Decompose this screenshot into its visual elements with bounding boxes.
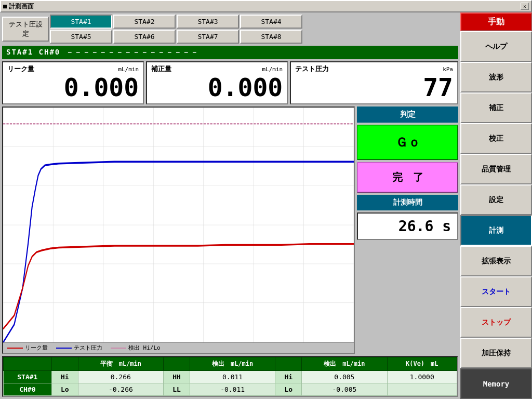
station-header: STA#1 CH#0 －－－－－－－－－－－－－－－－ xyxy=(2,46,458,59)
title-bar: ■ 計測画面 × xyxy=(0,0,532,12)
settings-button[interactable]: 設定 xyxy=(460,184,532,215)
th-detect2: 検出 mL/min xyxy=(302,357,387,371)
row2-balance: -0.266 xyxy=(78,383,163,396)
memory-button[interactable]: Memory xyxy=(460,368,532,399)
pressure-label: テスト圧力 xyxy=(295,64,329,74)
data-table: 平衡 mL/min 検出 mL/min 検出 mL/min K(Ve) mL S… xyxy=(2,356,458,397)
pressure-value: 77 xyxy=(295,74,453,101)
chart-svg xyxy=(3,108,354,342)
judgment-panel: 判定 Ｇｏ 完 了 計測時間 26.6 s xyxy=(357,107,458,354)
main-container: テスト圧設定 STA#1 STA#2 STA#3 STA#4 STA#5 STA… xyxy=(0,12,532,399)
tabs-container: テスト圧設定 STA#1 STA#2 STA#3 STA#4 STA#5 STA… xyxy=(2,15,458,44)
calibration-button[interactable]: 校正 xyxy=(460,123,532,154)
th-balance: 平衡 mL/min xyxy=(78,357,163,371)
legend-hilo-line xyxy=(111,348,126,349)
right-sidebar: 手動 ヘルプ 波形 補正 校正 品質管理 設定 計測 拡張表示 スタート ストッ… xyxy=(460,12,532,399)
legend-pressure: テスト圧力 xyxy=(56,344,102,352)
measurement-button[interactable]: 計測 xyxy=(460,215,532,246)
legend-leak: リーク量 xyxy=(7,344,48,352)
pressure-panel: テスト圧力 kPa 77 xyxy=(290,61,458,104)
leak-value: 0.000 xyxy=(7,74,139,101)
left-panel: テスト圧設定 STA#1 STA#2 STA#3 STA#4 STA#5 STA… xyxy=(0,12,460,399)
th-empty1 xyxy=(4,357,52,371)
tab-sta3[interactable]: STA#3 xyxy=(177,15,239,29)
correction-panel: 補正量 mL/min 0.000 xyxy=(146,61,288,104)
row1-kve: 1.0000 xyxy=(387,371,457,383)
chart-legend: リーク量 テスト圧力 検出 Hi/Lo xyxy=(3,342,354,353)
th-empty3 xyxy=(164,357,190,371)
extended-display-button[interactable]: 拡張表示 xyxy=(460,246,532,276)
chart-judgment-row: リーク量 テスト圧力 検出 Hi/Lo 判定 Ｇｏ 完 了 計測 xyxy=(2,107,458,354)
tab-row-1: STA#1 STA#2 STA#3 STA#4 xyxy=(50,15,458,29)
row1-det2: 0.005 xyxy=(302,371,387,383)
leak-unit: mL/min xyxy=(118,66,139,73)
tab-sta6[interactable]: STA#6 xyxy=(113,30,176,44)
tab-sta4[interactable]: STA#4 xyxy=(240,15,302,29)
stop-button[interactable]: ストップ xyxy=(460,307,532,338)
leak-label: リーク量 xyxy=(7,64,34,74)
title-icon: ■ xyxy=(3,3,7,10)
leak-panel: リーク量 mL/min 0.000 xyxy=(2,61,144,104)
row1-hi: Hi xyxy=(51,371,78,383)
start-button[interactable]: スタート xyxy=(460,276,532,307)
timer-value: 26.6 s xyxy=(357,212,458,240)
tab-sta5[interactable]: STA#5 xyxy=(50,30,112,44)
row1-hh: HH xyxy=(164,371,190,383)
quality-button[interactable]: 品質管理 xyxy=(460,154,532,184)
row1-det1: 0.011 xyxy=(190,371,275,383)
tab-sta1[interactable]: STA#1 xyxy=(50,15,112,29)
correction-label: 補正量 xyxy=(151,64,171,74)
row2-ch: CH#0 xyxy=(4,383,52,396)
legend-hilo: 検出 Hi/Lo xyxy=(111,344,161,352)
table-row-1: STA#1 Hi 0.266 HH 0.011 Hi 0.005 1.0000 xyxy=(4,371,457,383)
pressure-unit: kPa xyxy=(443,66,453,73)
row2-ll: LL xyxy=(164,383,190,396)
tab-sta7[interactable]: STA#7 xyxy=(177,30,239,44)
row1-hi2: Hi xyxy=(275,371,302,383)
title-text: ■ 計測画面 xyxy=(3,2,34,11)
row2-det1: -0.011 xyxy=(190,383,275,396)
row2-lo2: Lo xyxy=(275,383,302,396)
close-button[interactable]: × xyxy=(521,3,529,10)
chart-area: リーク量 テスト圧力 検出 Hi/Lo xyxy=(2,107,355,354)
chart-canvas xyxy=(3,108,354,342)
row1-balance: 0.266 xyxy=(78,371,163,383)
go-button[interactable]: Ｇｏ xyxy=(357,125,458,160)
waveform-button[interactable]: 波形 xyxy=(460,62,532,92)
correction-button[interactable]: 補正 xyxy=(460,92,532,123)
row2-det2: -0.005 xyxy=(302,383,387,396)
th-empty2 xyxy=(51,357,78,371)
window-title: 計測画面 xyxy=(9,2,34,11)
complete-button[interactable]: 完 了 xyxy=(357,162,458,193)
row2-lo: Lo xyxy=(51,383,78,396)
tab-sta8[interactable]: STA#8 xyxy=(240,30,302,44)
th-detect1: 検出 mL/min xyxy=(190,357,275,371)
values-row: リーク量 mL/min 0.000 補正量 mL/min 0.000 テスト圧力… xyxy=(2,61,458,104)
legend-pressure-label: テスト圧力 xyxy=(74,344,102,352)
tab-row-2: STA#5 STA#6 STA#7 STA#8 xyxy=(50,30,458,44)
manual-button[interactable]: 手動 xyxy=(460,12,532,31)
timer-header: 計測時間 xyxy=(357,195,458,210)
row1-sta: STA#1 xyxy=(4,371,52,383)
th-empty4 xyxy=(275,357,302,371)
correction-unit: mL/min xyxy=(262,66,283,73)
legend-pressure-line xyxy=(56,348,72,349)
legend-leak-line xyxy=(7,348,23,349)
th-kve: K(Ve) mL xyxy=(387,357,457,371)
row2-kve xyxy=(387,383,457,396)
correction-value: 0.000 xyxy=(151,74,283,101)
tab-sta2[interactable]: STA#2 xyxy=(113,15,176,29)
table-row-2: CH#0 Lo -0.266 LL -0.011 Lo -0.005 xyxy=(4,383,457,396)
help-button[interactable]: ヘルプ xyxy=(460,31,532,62)
pressurize-button[interactable]: 加圧保持 xyxy=(460,338,532,368)
judgment-header: 判定 xyxy=(357,107,458,123)
legend-leak-label: リーク量 xyxy=(25,344,48,352)
tabs-right: STA#1 STA#2 STA#3 STA#4 STA#5 STA#6 STA#… xyxy=(50,15,458,44)
legend-hilo-label: 検出 Hi/Lo xyxy=(128,344,161,352)
test-pressure-tab[interactable]: テスト圧設定 xyxy=(2,17,49,42)
